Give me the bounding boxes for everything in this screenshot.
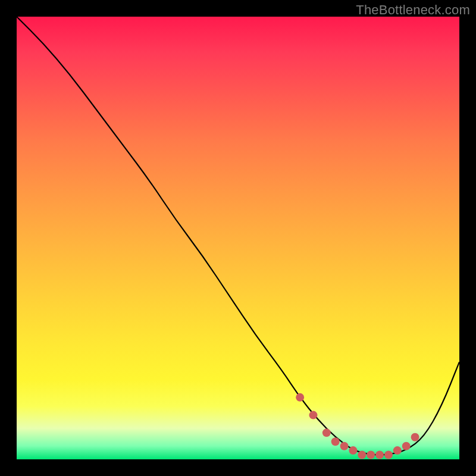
highlight-dot	[393, 446, 402, 455]
highlight-dot	[384, 451, 393, 459]
chart-svg	[17, 17, 459, 459]
highlight-dot	[331, 437, 340, 446]
highlight-dot	[402, 442, 411, 450]
highlight-dot	[411, 433, 419, 441]
highlight-dot	[367, 451, 375, 459]
highlight-dot	[358, 451, 366, 459]
chart-container: TheBottleneck.com	[0, 0, 476, 476]
highlight-dot	[349, 446, 357, 455]
highlight-dot	[340, 442, 349, 450]
curve-path	[17, 17, 459, 455]
watermark-text: TheBottleneck.com	[356, 2, 470, 18]
highlight-dot	[322, 428, 331, 437]
plot-area	[17, 17, 459, 459]
highlight-dot	[375, 451, 384, 459]
highlight-dot	[296, 393, 304, 402]
highlight-dots	[296, 393, 419, 459]
highlight-dot	[309, 411, 317, 419]
